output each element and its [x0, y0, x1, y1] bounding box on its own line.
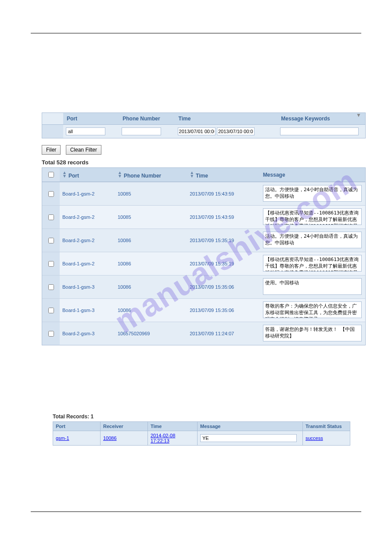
filter-header-row: Port Phone Number Time Message Keywords	[42, 113, 365, 125]
top-page-divider	[31, 33, 361, 33]
cell-message: 【移动优惠资讯早知道--1008613优惠查询干线】尊敬的客户，您想及时了解最新…	[260, 205, 365, 229]
filter-table: Port Phone Number Time Message Keywords	[42, 112, 366, 138]
records-header-row: ▲▼Port ▲▼Phone Number ▲▼Time Message	[42, 168, 365, 182]
time-link[interactable]: 2013/07/09 15:35:19	[190, 261, 234, 266]
send-time-link[interactable]: 2014-02-08 17:22:13	[151, 433, 175, 443]
cell-time: 2013/07/09 15:35:06	[187, 275, 260, 298]
port-link[interactable]: Board-2-gsm-2	[62, 238, 94, 243]
filter-date-to-input[interactable]	[217, 127, 255, 135]
col-port[interactable]: ▲▼Port	[60, 168, 115, 182]
port-link[interactable]: Board-1-gsm-3	[62, 308, 94, 313]
cell-time: 2013/07/09 15:35:19	[187, 252, 260, 275]
filter-port-input[interactable]	[66, 127, 105, 135]
cell-phone: 10086	[115, 275, 187, 298]
time-link[interactable]: 2013/07/09 11:24:07	[190, 331, 234, 336]
col-message: Message	[260, 168, 365, 182]
message-textarea[interactable]: 使用。中国移动	[263, 278, 362, 295]
row-checkbox[interactable]	[48, 238, 54, 243]
collapse-caret-icon[interactable]: ▼	[356, 112, 361, 118]
message-textarea[interactable]: 【移动优惠资讯早知道--1008613优惠查询干线】尊敬的客户，您想及时了解最新…	[263, 255, 362, 272]
time-link[interactable]: 2013/07/09 15:35:06	[190, 284, 234, 290]
time-link[interactable]: 2013/07/09 15:43:59	[190, 191, 234, 196]
table-row: Board-2-gsm-31065750209692013/07/09 11:2…	[42, 322, 365, 345]
select-all-header[interactable]	[42, 168, 60, 182]
phone-link[interactable]: 10085	[118, 214, 131, 220]
cell-port: Board-2-gsm-3	[60, 322, 115, 345]
send-header-row: Port Receiver Time Message Transmit Stat…	[53, 422, 350, 431]
filter-phone-input[interactable]	[122, 127, 161, 135]
row-checkbox[interactable]	[48, 261, 54, 267]
message-textarea[interactable]: 活动。方便快捷，24小时自助语音，真诚为您。中国移动	[263, 185, 362, 202]
port-link[interactable]: Board-2-gsm-2	[62, 214, 94, 220]
row-checkbox[interactable]	[48, 284, 54, 290]
cell-port: Board-1-gsm-3	[60, 298, 115, 322]
message-textarea[interactable]: 答题，谢谢您的参与！转发无效！ 【中国移动研究院】	[263, 325, 362, 341]
send-cell-port: gsm-1	[53, 431, 101, 446]
cell-message: 活动。方便快捷，24小时自助语音，真诚为您。中国移动	[260, 182, 365, 205]
filter-header-blank	[42, 113, 63, 125]
row-checkbox[interactable]	[48, 214, 54, 220]
time-link[interactable]: 2013/07/09 15:43:59	[190, 214, 234, 220]
filter-date-from-input[interactable]	[178, 127, 216, 135]
phone-link[interactable]: 10086	[118, 284, 131, 290]
cell-port: Board-2-gsm-2	[60, 205, 115, 229]
send-port-link[interactable]: gsm-1	[56, 435, 69, 441]
clean-filter-button[interactable]: Clean Filter	[66, 145, 101, 155]
port-link[interactable]: Board-1-gsm-2	[62, 261, 94, 266]
phone-link[interactable]: 10086	[118, 261, 131, 266]
row-checkbox[interactable]	[48, 308, 54, 313]
message-textarea[interactable]: 活动。方便快捷，24小时自助语音，真诚为您。中国移动	[263, 232, 362, 248]
table-row: Board-1-gsm-2100852013/07/09 15:43:59活动。…	[42, 182, 365, 205]
cell-time: 2013/07/09 11:24:07	[187, 322, 260, 345]
sort-icon: ▲▼	[190, 171, 194, 178]
cell-time: 2013/07/09 15:35:06	[187, 298, 260, 322]
table-row: Board-1-gsm-2100862013/07/09 15:35:19【移动…	[42, 252, 365, 275]
cell-phone: 106575020969	[115, 322, 187, 345]
send-col-port: Port	[53, 422, 101, 431]
send-cell-message	[198, 431, 303, 446]
filter-keywords-input[interactable]	[280, 127, 358, 135]
row-checkbox-cell	[42, 182, 60, 205]
time-link[interactable]: 2013/07/09 15:35:06	[190, 308, 234, 313]
cell-phone: 10085	[115, 182, 187, 205]
table-row: Board-2-gsm-2100852013/07/09 15:43:59【移动…	[42, 205, 365, 229]
phone-link[interactable]: 10086	[118, 238, 131, 243]
filter-button[interactable]: Filer	[42, 145, 61, 155]
port-link[interactable]: Board-1-gsm-2	[62, 191, 94, 196]
send-col-message: Message	[198, 422, 303, 431]
filter-header-keywords: Message Keywords	[277, 113, 365, 125]
phone-link[interactable]: 10085	[118, 191, 131, 196]
table-row: Board-2-gsm-2100862013/07/09 15:35:19活动。…	[42, 229, 365, 252]
message-textarea[interactable]: 【移动优惠资讯早知道--1008613优惠查询干线】尊敬的客户，您想及时了解最新…	[263, 208, 362, 225]
row-checkbox[interactable]	[48, 331, 54, 337]
port-link[interactable]: Board-2-gsm-3	[62, 331, 94, 336]
row-checkbox[interactable]	[48, 191, 54, 197]
row-checkbox-cell	[42, 229, 60, 252]
col-phone[interactable]: ▲▼Phone Number	[115, 168, 187, 182]
col-time[interactable]: ▲▼Time	[187, 168, 260, 182]
send-status-link[interactable]: success	[306, 435, 323, 441]
filter-button-row: Filer Clean Filter	[42, 145, 366, 155]
row-checkbox-cell	[42, 205, 60, 229]
filter-header-phone: Phone Number	[119, 113, 175, 125]
select-all-checkbox[interactable]	[48, 172, 54, 178]
phone-link[interactable]: 10086	[118, 308, 131, 313]
send-receiver-link[interactable]: 10086	[103, 435, 117, 441]
send-total-label: Total Records: 1	[53, 414, 350, 420]
cell-time: 2013/07/09 15:43:59	[187, 182, 260, 205]
send-cell-status: success	[303, 431, 350, 446]
table-row: Board-1-gsm-3100862013/07/09 15:35:06尊敬的…	[42, 298, 365, 322]
phone-link[interactable]: 106575020969	[118, 331, 150, 336]
send-row: gsm-1 10086 2014-02-08 17:22:13 success	[53, 431, 350, 446]
row-checkbox-cell	[42, 252, 60, 275]
message-textarea[interactable]: 尊敬的客户：为确保您的个人信息安全，广东移动官网推出密保工具，为您免费提升密码安…	[263, 301, 362, 318]
send-col-status: Transmit Status	[303, 422, 350, 431]
send-message-input[interactable]	[200, 434, 297, 442]
sort-icon: ▲▼	[62, 171, 67, 178]
row-checkbox-cell	[42, 322, 60, 345]
port-link[interactable]: Board-1-gsm-3	[62, 284, 94, 290]
row-checkbox-cell	[42, 298, 60, 322]
filter-input-row	[42, 125, 365, 138]
time-link[interactable]: 2013/07/09 15:35:19	[190, 238, 234, 243]
cell-phone: 10086	[115, 252, 187, 275]
